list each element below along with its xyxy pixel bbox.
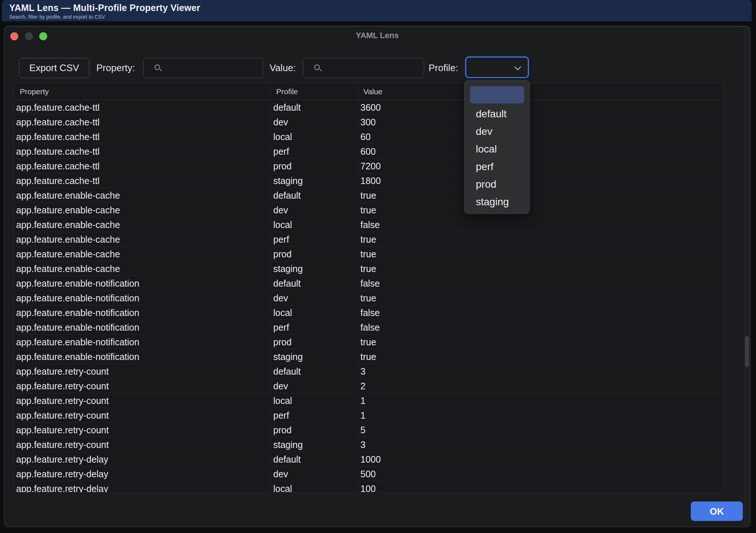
search-icon (314, 65, 320, 70)
cell-profile: local (271, 393, 358, 408)
table-row[interactable]: app.feature.cache-ttl staging 1800 (14, 173, 724, 188)
cell-profile: prod (271, 423, 358, 437)
cell-value: true (358, 247, 724, 261)
table-row[interactable]: app.feature.enable-cache dev true (14, 203, 724, 217)
cell-value: true (358, 335, 724, 349)
property-search-input[interactable] (164, 58, 261, 78)
cell-property: app.feature.retry-count (14, 364, 271, 378)
cell-property: app.feature.cache-ttl (14, 129, 271, 144)
cell-profile: dev (271, 115, 358, 129)
profile-option[interactable] (470, 86, 524, 103)
table-row[interactable]: app.feature.enable-notification perf fal… (14, 320, 724, 335)
cell-property: app.feature.retry-count (14, 423, 271, 437)
cell-profile: perf (271, 232, 358, 246)
table-row[interactable]: app.feature.enable-cache staging true (14, 261, 724, 276)
cell-profile: prod (271, 159, 358, 173)
scrollbar-track[interactable] (744, 26, 750, 527)
cell-profile: default (271, 452, 358, 466)
cell-profile: perf (271, 144, 358, 158)
chevron-down-icon (514, 63, 521, 70)
cell-profile: perf (271, 320, 358, 334)
table-row[interactable]: app.feature.retry-delay dev 500 (14, 467, 724, 481)
value-search-box[interactable] (303, 58, 424, 78)
table-header-cell[interactable]: Property (14, 83, 271, 100)
cell-value: false (358, 276, 724, 290)
table-row[interactable]: app.feature.retry-count local 1 (14, 393, 724, 408)
profile-option[interactable]: perf (464, 158, 530, 176)
cell-value: true (358, 188, 724, 202)
cell-value: 2 (358, 379, 724, 393)
cell-profile: local (271, 129, 358, 144)
profile-dropdown-menu: defaultdevlocalperfprodstaging (464, 80, 530, 214)
cell-profile: dev (271, 467, 358, 481)
value-search-input[interactable] (324, 58, 422, 78)
profile-select[interactable] (465, 56, 529, 78)
table-row[interactable]: app.feature.retry-delay default 1000 (14, 452, 724, 467)
profile-option[interactable]: local (464, 140, 530, 158)
profile-option[interactable]: staging (464, 193, 530, 211)
table-row[interactable]: app.feature.retry-count prod 5 (14, 423, 724, 437)
cell-profile: default (271, 100, 358, 114)
cell-value: 100 (358, 481, 724, 493)
table-row[interactable]: app.feature.retry-count dev 2 (14, 379, 724, 393)
cell-profile: default (271, 364, 358, 378)
cell-property: app.feature.enable-notification (14, 276, 271, 290)
property-filter-label: Property: (96, 58, 135, 78)
cell-property: app.feature.enable-cache (14, 261, 271, 276)
table-row[interactable]: app.feature.retry-count staging 3 (14, 437, 724, 452)
value-filter-label: Value: (270, 58, 296, 78)
table-row[interactable]: app.feature.enable-cache perf true (14, 232, 724, 247)
cell-value: 1 (358, 393, 724, 408)
ok-button[interactable]: OK (691, 501, 743, 521)
window-title: YAML Lens (4, 31, 750, 40)
cell-property: app.feature.cache-ttl (14, 159, 271, 173)
cell-value: true (358, 291, 724, 305)
table-row[interactable]: app.feature.cache-ttl perf 600 (14, 144, 724, 159)
cell-property: app.feature.retry-count (14, 393, 271, 408)
profile-option[interactable]: default (464, 105, 530, 123)
table-row[interactable]: app.feature.enable-notification staging … (14, 349, 724, 364)
table-row[interactable]: app.feature.enable-notification dev true (14, 291, 724, 305)
cell-profile: prod (271, 335, 358, 349)
cell-profile: staging (271, 261, 358, 276)
table-row[interactable]: app.feature.retry-count perf 1 (14, 408, 724, 423)
cell-value: 60 (358, 129, 724, 144)
table-header-cell[interactable]: Value (358, 83, 724, 100)
cell-property: app.feature.enable-notification (14, 291, 271, 305)
profile-option[interactable]: dev (464, 123, 530, 140)
table-row[interactable]: app.feature.enable-cache prod true (14, 247, 724, 261)
table-header-cell[interactable]: Profile (271, 83, 358, 100)
screen: YAML Lens — Multi-Profile Property Viewe… (0, 0, 756, 533)
cell-property: app.feature.cache-ttl (14, 173, 271, 188)
cell-property: app.feature.enable-notification (14, 335, 271, 349)
table-row[interactable]: app.feature.enable-notification prod tru… (14, 335, 724, 349)
cell-property: app.feature.retry-count (14, 379, 271, 393)
profile-option[interactable]: prod (464, 176, 530, 193)
cell-value: 300 (358, 115, 724, 129)
export-csv-button[interactable]: Export CSV (19, 58, 89, 78)
cell-property: app.feature.enable-cache (14, 203, 271, 217)
table-row[interactable]: app.feature.retry-delay local 100 (14, 481, 724, 493)
cell-profile: staging (271, 349, 358, 364)
cell-property: app.feature.cache-ttl (14, 115, 271, 129)
cell-property: app.feature.enable-cache (14, 232, 271, 246)
cell-value: 5 (358, 423, 724, 437)
scrollbar-thumb[interactable] (745, 336, 749, 367)
table-row[interactable]: app.feature.enable-cache default true (14, 188, 724, 203)
page-title: YAML Lens — Multi-Profile Property Viewe… (9, 3, 200, 13)
cell-property: app.feature.enable-notification (14, 349, 271, 364)
cell-profile: local (271, 481, 358, 493)
table-row[interactable]: app.feature.cache-ttl default 3600 (14, 100, 724, 115)
cell-property: app.feature.enable-cache (14, 188, 271, 202)
table-row[interactable]: app.feature.cache-ttl prod 7200 (14, 159, 724, 173)
cell-property: app.feature.enable-notification (14, 305, 271, 320)
profile-filter-label: Profile: (429, 58, 458, 78)
table-row[interactable]: app.feature.enable-notification local fa… (14, 305, 724, 320)
page-subtitle: Search, filter by profile, and export to… (9, 14, 105, 20)
table-row[interactable]: app.feature.enable-notification default … (14, 276, 724, 291)
table-row[interactable]: app.feature.enable-cache local false (14, 217, 724, 232)
table-row[interactable]: app.feature.cache-ttl dev 300 (14, 115, 724, 129)
property-search-box[interactable] (143, 58, 263, 78)
table-row[interactable]: app.feature.retry-count default 3 (14, 364, 724, 379)
table-row[interactable]: app.feature.cache-ttl local 60 (14, 129, 724, 144)
